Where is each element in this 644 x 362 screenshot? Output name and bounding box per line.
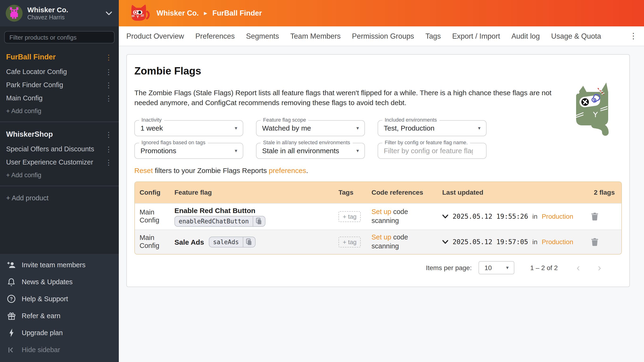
chevron-down-icon [234, 126, 238, 130]
config-cell: Main Config [135, 206, 170, 227]
tab-segments[interactable]: Segments [240, 32, 285, 40]
help-support-button[interactable]: ? Help & Support [0, 290, 119, 307]
tab-usage-quota[interactable]: Usage & Quota [546, 32, 607, 40]
col-header-last-updated: Last updated [438, 188, 584, 196]
col-header-config: Config [135, 188, 170, 196]
refer-earn-button[interactable]: Refer & earn [0, 307, 119, 324]
sidebar-config-cafe-locator[interactable]: Cafe Locator Config [0, 65, 119, 78]
org-switcher[interactable]: Whisker Co. Chavez Harris [0, 0, 119, 26]
field-label: Ignored flags based on tags [139, 139, 208, 145]
stale-environments-select[interactable]: Stale in all/any selected environments S… [256, 142, 365, 158]
sidebar: Whisker Co. Chavez Harris FurBall Finder… [0, 0, 119, 362]
set-up-link[interactable]: Set up [372, 233, 391, 241]
product-name: FurBall Finder [6, 53, 56, 61]
tags-cell: + tag [334, 208, 367, 224]
flag-key-chip[interactable]: saleAds [209, 236, 256, 247]
sidebar-product-furball-finder[interactable]: FurBall Finder [0, 49, 119, 65]
tab-export-import[interactable]: Export / Import [446, 32, 506, 40]
add-config-button[interactable]: + Add config [0, 105, 119, 117]
tab-product-overview[interactable]: Product Overview [121, 32, 190, 40]
code-references-cell: Set up code scanning [367, 204, 438, 228]
field-label: Inactivity [139, 117, 164, 122]
tabs-overflow-kebab-icon[interactable] [630, 31, 638, 41]
pagination-controls [576, 262, 601, 272]
breadcrumb-org[interactable]: Whisker Co. [156, 9, 199, 18]
items-per-page-select[interactable]: 10 [478, 261, 514, 274]
breadcrumb-product[interactable]: FurBall Finder [212, 9, 262, 18]
col-header-feature-flag: Feature flag [170, 188, 334, 196]
sidebar-config-park-finder[interactable]: Park Finder Config [0, 78, 119, 92]
kebab-menu-icon[interactable] [105, 81, 112, 88]
sidebar-config-special-offers[interactable]: Special Offers and Discounts [0, 142, 119, 156]
included-environments-select[interactable]: Included environments Test, Production [378, 120, 486, 136]
kebab-menu-icon[interactable] [105, 158, 112, 166]
field-label: Included environments [382, 117, 439, 122]
config-name: Special Offers and Discounts [6, 145, 94, 153]
main-column: Whisker Co. FurBall Finder Product Overv… [119, 0, 644, 362]
row-actions-cell [584, 235, 621, 249]
invite-team-members-button[interactable]: Invite team members [0, 256, 119, 274]
add-tag-button[interactable]: + tag [338, 211, 361, 222]
inactivity-select[interactable]: Inactivity 1 week [134, 120, 243, 136]
previous-page-icon[interactable] [576, 262, 580, 272]
tab-tags[interactable]: Tags [420, 32, 447, 40]
pagination-range: 1 – 2 of 2 [530, 264, 558, 271]
chevron-down-icon [106, 9, 112, 18]
breadcrumb-arrow-icon [204, 11, 207, 16]
expand-row-chevron-icon[interactable] [442, 214, 448, 218]
tags-cell: + tag [334, 234, 367, 250]
configcat-logo-icon [128, 3, 150, 23]
sidebar-search-input[interactable] [4, 31, 114, 43]
add-config-button[interactable]: + Add config [0, 169, 119, 182]
feature-flag-scope-select[interactable]: Feature flag scope Watched by me [256, 120, 365, 136]
kebab-menu-icon[interactable] [105, 68, 112, 75]
flag-name: Enable Red Chat Button [174, 206, 255, 214]
sidebar-config-main-config[interactable]: Main Config [0, 92, 119, 105]
tab-permission-groups[interactable]: Permission Groups [346, 32, 420, 40]
next-page-icon[interactable] [598, 262, 601, 272]
help-icon: ? [6, 294, 16, 303]
chevron-down-icon [356, 148, 360, 153]
tab-team-members[interactable]: Team Members [284, 32, 346, 40]
delete-flag-button[interactable] [588, 212, 598, 220]
add-tag-button[interactable]: + tag [338, 236, 361, 247]
org-user-names: Whisker Co. Chavez Harris [27, 6, 101, 21]
hide-sidebar-button[interactable]: Hide sidebar [0, 341, 119, 358]
filters-row-1: Inactivity 1 week Feature flag scope Wat… [134, 120, 622, 136]
kebab-menu-icon[interactable] [105, 94, 112, 102]
ignored-tags-select[interactable]: Ignored flags based on tags Promotions [134, 142, 243, 158]
filters-row-2: Ignored flags based on tags Promotions S… [134, 142, 622, 158]
chevron-down-icon [477, 126, 481, 130]
upgrade-plan-button[interactable]: Upgrade plan [0, 324, 119, 341]
flag-key: saleAds [209, 237, 243, 247]
environment-link[interactable]: Production [542, 212, 573, 220]
copy-icon[interactable] [242, 237, 255, 247]
top-header: Whisker Co. FurBall Finder [119, 0, 644, 26]
set-up-link[interactable]: Set up [372, 208, 391, 215]
name-filter-input[interactable] [384, 146, 473, 154]
delete-flag-button[interactable] [588, 238, 598, 246]
reset-link[interactable]: Reset [134, 166, 153, 174]
kebab-menu-icon[interactable] [105, 131, 112, 138]
menu-label: Invite team members [22, 261, 86, 269]
tab-audit-log[interactable]: Audit log [506, 32, 546, 40]
environment-link[interactable]: Production [542, 238, 573, 246]
sidebar-product-whiskershop[interactable]: WhiskerShop [0, 126, 119, 142]
field-value: Stale in all environments [262, 146, 339, 154]
add-product-button[interactable]: + Add product [0, 190, 119, 206]
preferences-link[interactable]: preferences [269, 166, 306, 174]
copy-icon[interactable] [252, 216, 265, 226]
tab-preferences[interactable]: Preferences [190, 32, 240, 40]
flag-count: 2 flags [584, 188, 621, 196]
sidebar-config-ux-customizer[interactable]: User Experience Customizer [0, 156, 119, 169]
name-filter-field: Filter by config or feature flag name. [378, 142, 486, 158]
kebab-menu-icon[interactable] [105, 54, 112, 60]
config-cell: Main Config [135, 231, 170, 253]
menu-label: Upgrade plan [22, 329, 63, 336]
updated-timestamp: 2025.05.12 19:57:05 [452, 238, 528, 246]
kebab-menu-icon[interactable] [105, 146, 112, 152]
news-updates-button[interactable]: News & Updates [0, 274, 119, 290]
feature-flag-cell: Enable Red Chat Button enableRedChatButt… [170, 204, 334, 229]
expand-row-chevron-icon[interactable] [442, 240, 448, 244]
flag-key-chip[interactable]: enableRedChatButton [174, 216, 265, 226]
